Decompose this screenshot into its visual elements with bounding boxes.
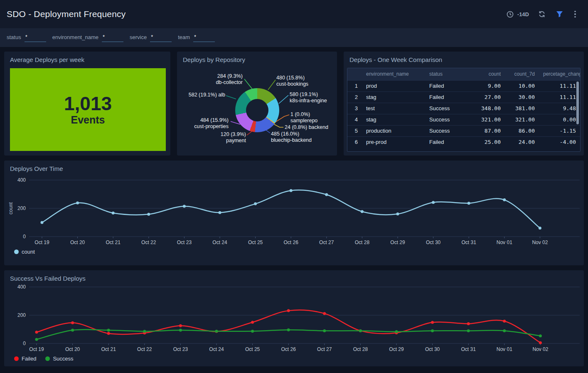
data-point-success[interactable]: [179, 329, 182, 332]
table-row[interactable]: 6pre-prodFailed25.0024.00-4.00: [347, 136, 580, 148]
filter-icon[interactable]: [555, 10, 564, 19]
data-point-failed[interactable]: [323, 312, 326, 315]
data-point-success[interactable]: [71, 329, 74, 332]
data-point-count[interactable]: [76, 202, 79, 205]
table-row[interactable]: 4stagSuccess321.00321.000.00: [347, 114, 580, 125]
data-point-success[interactable]: [431, 329, 434, 332]
filter-service-input[interactable]: [150, 34, 172, 42]
cell-environment_name: stag: [362, 91, 425, 103]
y-tick-label: 400: [17, 284, 26, 290]
filter-status-input[interactable]: [25, 34, 46, 42]
filter-service-label: service: [130, 34, 147, 42]
col-count-7d[interactable]: count_7d: [505, 68, 539, 80]
average-deploys-tile[interactable]: 1,013 Events: [10, 68, 166, 151]
row-index: 6: [347, 136, 362, 148]
clock-icon: [506, 10, 515, 19]
data-point-success[interactable]: [107, 329, 110, 332]
cell-count_7d: 86.00: [505, 125, 539, 136]
data-point-failed[interactable]: [251, 321, 254, 324]
x-tick-label: Nov 02: [532, 346, 548, 352]
refresh-icon[interactable]: [537, 10, 546, 19]
data-point-success[interactable]: [395, 330, 398, 333]
filter-status-label: status: [7, 34, 21, 42]
data-point-failed[interactable]: [431, 321, 434, 324]
data-point-failed[interactable]: [71, 321, 74, 324]
data-point-failed[interactable]: [287, 309, 290, 312]
data-point-success[interactable]: [467, 329, 470, 332]
data-point-failed[interactable]: [179, 324, 182, 327]
filter-team-input[interactable]: [193, 34, 215, 42]
cell-environment_name: production: [362, 125, 425, 136]
time-range-button[interactable]: -14D: [506, 10, 529, 19]
filter-environment-name: environment_name: [52, 34, 123, 42]
data-point-success[interactable]: [323, 329, 326, 332]
cell-count_7d: 381.00: [505, 103, 539, 114]
data-point-count[interactable]: [361, 210, 364, 213]
data-point-count[interactable]: [183, 205, 186, 207]
comparison-table-container: environment_name status count count_7d p…: [347, 68, 581, 152]
data-point-success[interactable]: [215, 330, 218, 333]
data-point-count[interactable]: [254, 203, 257, 205]
success-vs-failed-chart[interactable]: 0200400Oct 19Oct 20Oct 21Oct 22Oct 23Oct…: [4, 270, 584, 366]
data-point-count[interactable]: [503, 198, 506, 201]
table-row[interactable]: 2stagFailed27.0030.0011.11: [347, 91, 580, 103]
y-tick-label: 200: [17, 205, 26, 211]
data-point-success[interactable]: [143, 330, 146, 333]
legend-item-success[interactable]: Success: [45, 356, 73, 362]
col-percetage-change[interactable]: percetage_change: [539, 68, 580, 80]
x-tick-label: Nov 01: [497, 240, 512, 245]
data-point-count[interactable]: [396, 212, 399, 215]
data-point-failed[interactable]: [503, 320, 506, 323]
data-point-failed[interactable]: [107, 332, 110, 335]
row-index: 5: [347, 125, 362, 136]
filter-environment-name-input[interactable]: [102, 34, 123, 42]
col-environment-name[interactable]: environment_name: [362, 68, 425, 80]
x-tick-label: Oct 22: [141, 240, 156, 245]
data-point-failed[interactable]: [539, 341, 542, 344]
cell-count_7d: 321.00: [505, 114, 539, 125]
data-point-success[interactable]: [251, 330, 254, 333]
cell-count: 321.00: [470, 114, 505, 125]
panel-deploys-by-repository: Deploys by Repository 284 (9.3%)db-col: [177, 52, 337, 156]
x-tick-label: Nov 02: [532, 240, 548, 245]
data-point-success[interactable]: [539, 334, 542, 337]
table-row[interactable]: 5productionSuccess87.0086.00-1.15: [347, 125, 580, 136]
data-point-success[interactable]: [287, 329, 290, 331]
x-tick-label: Oct 20: [70, 240, 85, 245]
data-point-count[interactable]: [41, 221, 44, 224]
data-point-failed[interactable]: [467, 322, 470, 325]
data-point-count[interactable]: [432, 201, 435, 204]
data-point-count[interactable]: [325, 193, 328, 196]
deploys-over-time-chart[interactable]: 0200400Oct 19Oct 20Oct 21Oct 22Oct 23Oct…: [4, 161, 584, 265]
table-row[interactable]: 1prodFailed9.0010.0011.11: [347, 80, 580, 91]
data-point-count[interactable]: [467, 202, 470, 205]
data-point-count[interactable]: [539, 227, 541, 230]
data-point-count[interactable]: [112, 212, 115, 215]
filter-service: service: [130, 34, 172, 42]
data-point-failed[interactable]: [35, 331, 38, 333]
data-point-success[interactable]: [503, 329, 506, 332]
x-tick-label: Oct 20: [65, 346, 80, 352]
x-tick-label: Oct 19: [34, 240, 49, 245]
page-title: SDO - Deployment Frequency: [7, 9, 125, 19]
data-point-count[interactable]: [147, 213, 150, 216]
data-point-success[interactable]: [359, 329, 362, 332]
legend-item-failed[interactable]: Failed: [14, 356, 36, 362]
table-row[interactable]: 3testSuccess348.00381.009.48: [347, 103, 580, 114]
comparison-table: environment_name status count count_7d p…: [347, 68, 580, 148]
col-status[interactable]: status: [425, 68, 470, 80]
row-index: 2: [347, 91, 362, 103]
data-point-count[interactable]: [219, 211, 221, 214]
x-tick-label: Oct 22: [137, 346, 152, 352]
repository-donut-chart: 284 (9.3%)db-collector 480 (15.8%)cust-b…: [177, 52, 337, 156]
cell-environment_name: prod: [362, 80, 425, 91]
filter-bar: status environment_name service team: [0, 28, 588, 47]
kebab-menu-icon[interactable]: [572, 11, 578, 18]
panel-one-week-comparison: Deploys - One Week Comparison environmen…: [344, 52, 584, 156]
legend-item-count[interactable]: count: [14, 249, 35, 255]
data-point-count[interactable]: [290, 189, 293, 192]
col-count[interactable]: count: [470, 68, 505, 80]
data-point-success[interactable]: [35, 338, 38, 341]
cell-percetage_change: -4.00: [539, 136, 580, 148]
table-scrollbar[interactable]: [576, 82, 579, 124]
